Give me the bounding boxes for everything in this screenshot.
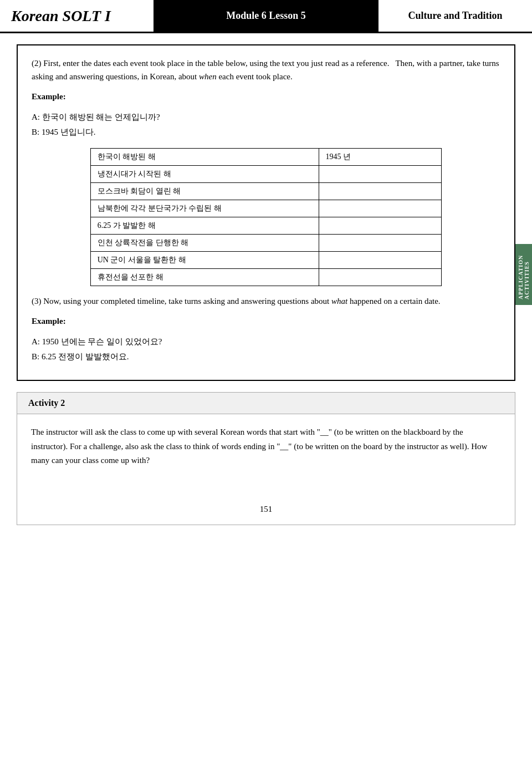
- example2-a: A: 1950 년에는 무슨 일이 있었어요?: [32, 334, 500, 349]
- events-table: 한국이 해방된 해1945 년냉전시대가 시작된 해모스크바 회담이 열린 해남…: [90, 148, 442, 286]
- partner-italic: when: [199, 72, 217, 81]
- event-cell: 모스크바 회담이 열린 해: [90, 183, 319, 200]
- part3-paragraph: (3) Now, using your completed timeline, …: [32, 294, 500, 308]
- example1-b: B: 1945 년입니다.: [32, 125, 500, 140]
- table-row: 6.25 가 발발한 해: [90, 217, 442, 235]
- page-number: 151: [0, 494, 532, 525]
- example1-a: A: 한국이 해방된 해는 언제입니까?: [32, 110, 500, 125]
- example2-b: B: 6.25 전쟁이 발발했어요.: [32, 349, 500, 364]
- part3-italic: what: [331, 297, 347, 306]
- culture-label: Culture and Tradition: [377, 0, 532, 32]
- activity1-box: (2) First, enter the dates each event to…: [17, 44, 515, 381]
- year-cell: [319, 235, 442, 252]
- part3-text: (3) Now, using your completed timeline, …: [32, 297, 331, 306]
- event-cell: 한국이 해방된 해: [90, 149, 319, 166]
- event-cell: 6.25 가 발발한 해: [90, 217, 319, 235]
- example2-dialog: A: 1950 년에는 무슨 일이 있었어요? B: 6.25 전쟁이 발발했어…: [32, 334, 500, 364]
- activity2-header: Activity 2: [17, 392, 515, 414]
- part3-text2: happened on a certain date.: [347, 297, 440, 306]
- example1-dialog: A: 한국이 해방된 해는 언제입니까? B: 1945 년입니다.: [32, 110, 500, 140]
- table-row: 냉전시대가 시작된 해: [90, 166, 442, 183]
- year-cell: [319, 166, 442, 183]
- event-cell: 휴전선을 선포한 해: [90, 269, 319, 286]
- culture-text: Culture and Tradition: [408, 10, 502, 22]
- event-cell: 남북한에 각각 분단국가가 수립된 해: [90, 200, 319, 217]
- main-content: (2) First, enter the dates each event to…: [0, 33, 532, 536]
- table-row: 휴전선을 선포한 해: [90, 269, 442, 286]
- partner-text2: each event took place.: [217, 72, 293, 81]
- event-cell: 냉전시대가 시작된 해: [90, 166, 319, 183]
- table-row: 인천 상륙작전을 단행한 해: [90, 235, 442, 252]
- activity2-title: Activity 2: [28, 398, 65, 408]
- module-label: Module 6 Lesson 5: [155, 0, 377, 32]
- module-text: Module 6 Lesson 5: [226, 10, 306, 22]
- intro-text: (2) First, enter the dates each event to…: [32, 59, 389, 68]
- year-cell: 1945 년: [319, 149, 442, 166]
- year-cell: [319, 269, 442, 286]
- sidebar-label: APPLICATION ACTIVITIES: [518, 250, 530, 299]
- app-activities-tab: APPLICATION ACTIVITIES: [515, 244, 532, 305]
- table-row: UN 군이 서울을 탈환한 해: [90, 252, 442, 269]
- title-text: Korean SOLT I: [11, 7, 111, 25]
- year-cell: [319, 183, 442, 200]
- page-header: Korean SOLT I Module 6 Lesson 5 Culture …: [0, 0, 532, 33]
- year-cell: [319, 252, 442, 269]
- intro-paragraph: (2) First, enter the dates each event to…: [32, 57, 500, 83]
- event-cell: UN 군이 서울을 탈환한 해: [90, 252, 319, 269]
- year-cell: [319, 200, 442, 217]
- example2-label: Example:: [32, 314, 500, 328]
- book-title: Korean SOLT I: [0, 0, 155, 32]
- example1-label: Example:: [32, 90, 500, 103]
- table-row: 한국이 해방된 해1945 년: [90, 149, 442, 166]
- activity2-body: The instructor will ask the class to com…: [31, 425, 501, 468]
- event-cell: 인천 상륙작전을 단행한 해: [90, 235, 319, 252]
- table-row: 남북한에 각각 분단국가가 수립된 해: [90, 200, 442, 217]
- year-cell: [319, 217, 442, 235]
- table-row: 모스크바 회담이 열린 해: [90, 183, 442, 200]
